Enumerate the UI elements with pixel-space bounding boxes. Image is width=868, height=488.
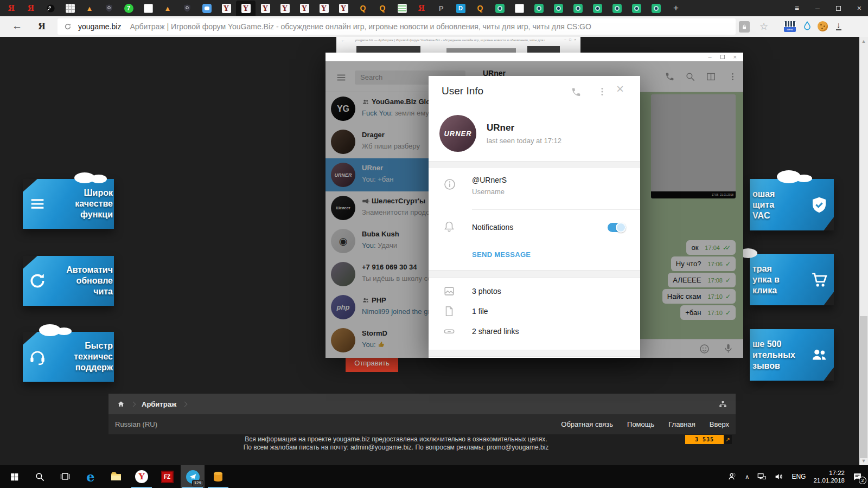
browser-tab[interactable] bbox=[646, 1, 666, 16]
footer-link[interactable]: Главная bbox=[668, 420, 695, 428]
browser-tab[interactable]: Q bbox=[353, 1, 373, 16]
file-explorer-icon[interactable] bbox=[104, 465, 128, 488]
browser-tab[interactable] bbox=[60, 1, 80, 16]
home-icon[interactable] bbox=[117, 400, 125, 408]
browser-tab[interactable] bbox=[607, 1, 627, 16]
browser-tab[interactable]: Y bbox=[216, 1, 236, 16]
new-tab-button[interactable]: + bbox=[671, 3, 681, 14]
tray-expand-icon[interactable]: ∧ bbox=[745, 473, 749, 480]
browser-tab[interactable]: Я bbox=[412, 1, 431, 16]
download-icon[interactable]: ↓ bbox=[836, 21, 841, 30]
browser-tab[interactable] bbox=[490, 1, 509, 16]
snow-decoration bbox=[796, 175, 812, 182]
sitemap-icon[interactable] bbox=[719, 400, 727, 408]
footer-link[interactable]: Обратная связь bbox=[561, 420, 613, 428]
browser-tab[interactable] bbox=[588, 1, 607, 16]
extension-icon-new[interactable]: new bbox=[784, 21, 796, 32]
promo-banner[interactable]: Широккачествефункци bbox=[23, 179, 114, 229]
close-button[interactable]: × bbox=[733, 54, 737, 60]
browser-tab[interactable] bbox=[41, 1, 60, 16]
start-button[interactable] bbox=[2, 465, 26, 488]
browser-tab[interactable] bbox=[99, 1, 119, 16]
footer-link[interactable]: Вверх bbox=[710, 420, 729, 428]
avatar[interactable]: URNER bbox=[439, 115, 476, 152]
edge-icon[interactable]: e bbox=[79, 465, 103, 488]
browser-menu-icon[interactable]: ≡ bbox=[795, 4, 799, 12]
notifications-toggle[interactable] bbox=[608, 223, 626, 232]
browser-tab[interactable]: 7 bbox=[119, 1, 138, 16]
close-button[interactable]: × bbox=[857, 4, 861, 12]
browser-tab-active[interactable]: Y bbox=[236, 1, 256, 16]
shared-link-row[interactable]: 2 shared links bbox=[429, 321, 640, 341]
task-view-icon[interactable] bbox=[53, 465, 77, 488]
minimize-button[interactable]: – bbox=[815, 4, 820, 12]
browser-tab[interactable]: Y bbox=[256, 1, 275, 16]
browser-tab[interactable]: Y bbox=[295, 1, 314, 16]
language-selector[interactable]: Russian (RU) bbox=[115, 420, 157, 428]
browser-tab[interactable] bbox=[509, 1, 529, 16]
filezilla-icon[interactable]: FZ bbox=[155, 465, 179, 488]
minimize-button[interactable]: – bbox=[708, 54, 711, 60]
reload-icon[interactable] bbox=[64, 23, 72, 30]
promo-banner[interactable]: траяупка вклика bbox=[750, 254, 834, 305]
promo-banner[interactable]: Быстртехничесподдерж bbox=[23, 332, 114, 382]
browser-tab[interactable]: ▲ bbox=[80, 1, 99, 16]
scroll-down-icon[interactable]: ▼ bbox=[859, 457, 868, 465]
browser-tab[interactable]: Y bbox=[334, 1, 353, 16]
call-icon[interactable] bbox=[571, 87, 582, 98]
promo-banner[interactable]: Автоматичобновлечита bbox=[23, 256, 114, 306]
browser-tab[interactable] bbox=[177, 1, 197, 16]
extension-icon-cookie[interactable] bbox=[818, 21, 828, 31]
telegram-icon[interactable]: 129 bbox=[181, 465, 205, 488]
browser-tab[interactable] bbox=[548, 1, 568, 16]
maximize-button[interactable] bbox=[836, 6, 841, 11]
browser-tab[interactable] bbox=[529, 1, 548, 16]
volume-icon[interactable] bbox=[774, 472, 784, 481]
browser-tab[interactable]: Y bbox=[314, 1, 334, 16]
browser-tab[interactable]: Q bbox=[373, 1, 392, 16]
more-options-icon[interactable] bbox=[597, 86, 608, 97]
browser-tab[interactable]: P bbox=[431, 1, 451, 16]
browser-tab[interactable] bbox=[138, 1, 158, 16]
footer-link[interactable]: Помощь bbox=[627, 420, 654, 428]
promo-banner[interactable]: ше 500ительныхзывов bbox=[750, 329, 834, 381]
people-tray-icon[interactable] bbox=[727, 472, 737, 481]
browser-tab[interactable]: Я bbox=[2, 1, 21, 16]
keyboard-language[interactable]: ENG bbox=[792, 473, 806, 480]
shared-photo-row[interactable]: 3 photos bbox=[429, 281, 640, 301]
browser-tab[interactable]: ▲ bbox=[158, 1, 177, 16]
browser-tab[interactable]: Y bbox=[275, 1, 295, 16]
browser-tab[interactable] bbox=[568, 1, 588, 16]
browser-tab[interactable]: Q bbox=[470, 1, 490, 16]
shared-file-row[interactable]: 1 file bbox=[429, 301, 640, 321]
clock[interactable]: 17:22 21.01.2018 bbox=[813, 469, 845, 484]
maximize-button[interactable] bbox=[720, 55, 725, 59]
yandex-logo-icon[interactable]: Я bbox=[38, 21, 46, 31]
banner-background: Автоматичобновлечита bbox=[23, 256, 114, 306]
browser-tab[interactable]: D bbox=[451, 1, 470, 16]
browser-tab[interactable] bbox=[392, 1, 412, 16]
promo-banner[interactable]: ошаящитаVAC bbox=[750, 179, 834, 230]
scroll-up-icon[interactable]: ▲ bbox=[859, 37, 868, 46]
scrollbar[interactable]: ▲ ▼ bbox=[859, 37, 868, 465]
send-message-button[interactable]: SEND MESSAGE bbox=[472, 251, 531, 259]
browser-tab[interactable] bbox=[197, 1, 216, 16]
taskbar-search-icon[interactable] bbox=[28, 465, 52, 488]
breadcrumb-item-section[interactable]: Арбитраж bbox=[142, 400, 176, 408]
username-value[interactable]: @URnerS bbox=[472, 176, 507, 184]
url-field[interactable]: yougame.biz Арбитраж | Игровой форум You… bbox=[58, 18, 736, 35]
visitor-counter[interactable]: 3 535 ↗ bbox=[685, 435, 732, 444]
network-icon[interactable] bbox=[757, 472, 767, 481]
close-icon[interactable]: × bbox=[616, 81, 624, 97]
scrollbar-thumb[interactable] bbox=[860, 316, 867, 458]
bookmark-star-icon[interactable]: ☆ bbox=[760, 21, 768, 33]
extension-icon-drop[interactable] bbox=[802, 21, 813, 34]
back-button[interactable]: ← bbox=[12, 20, 22, 32]
yandex-browser-icon[interactable]: Y bbox=[130, 465, 154, 488]
browser-tab[interactable]: Я bbox=[21, 1, 41, 16]
browser-tab[interactable] bbox=[627, 1, 646, 16]
embedded-screenshot-image[interactable]: ← yougame.biz — Арбитраж | Игровой форум… bbox=[336, 37, 580, 53]
app-icon-orange[interactable] bbox=[206, 465, 230, 488]
action-center-icon[interactable]: 2 bbox=[852, 472, 863, 482]
protect-lock-icon[interactable] bbox=[739, 21, 750, 33]
